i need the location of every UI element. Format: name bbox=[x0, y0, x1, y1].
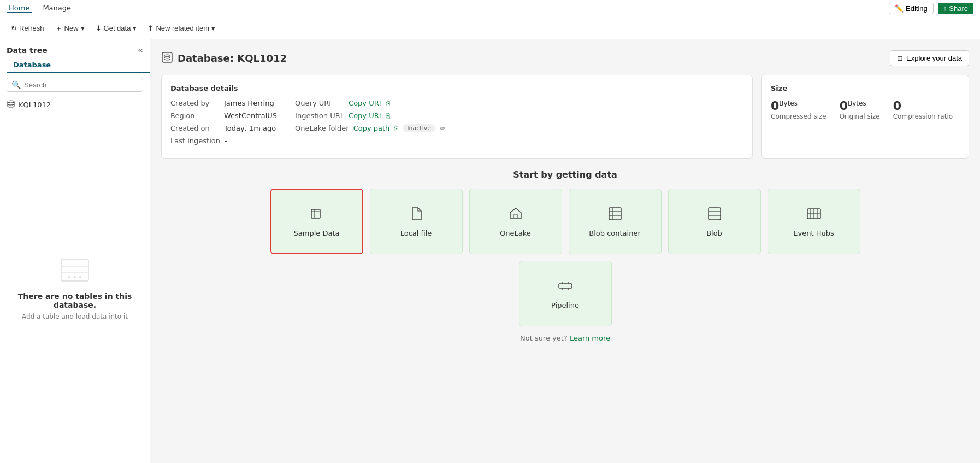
top-nav: Home Manage ✏️ Editing ↑ Share bbox=[0, 0, 980, 17]
main-layout: Data tree « Database 🔍 KQL1012 bbox=[0, 39, 980, 463]
edit-inactive-icon[interactable]: ✏ bbox=[440, 124, 446, 132]
data-card-sample-data[interactable]: Sample Data bbox=[270, 189, 363, 254]
svg-rect-14 bbox=[709, 208, 721, 220]
size-card-title: Size bbox=[771, 84, 960, 92]
empty-subtitle: Add a table and load data into it bbox=[22, 313, 128, 320]
editing-button[interactable]: ✏️ Editing bbox=[889, 3, 934, 14]
last-ingestion-label: Last ingestion bbox=[170, 137, 220, 145]
data-card-pipeline[interactable]: Pipeline bbox=[519, 261, 612, 326]
onelake-icon bbox=[508, 206, 523, 225]
db-title-text: Database: KQL1012 bbox=[178, 52, 287, 64]
sidebar: Data tree « Database 🔍 KQL1012 bbox=[0, 39, 150, 463]
get-data-title: Start by getting data bbox=[161, 169, 969, 180]
size-metrics: 0Bytes Compressed size 0Bytes Original s… bbox=[771, 99, 960, 120]
new-button[interactable]: ＋ New ▾ bbox=[51, 21, 89, 36]
copy-uri-2-icon: ⎘ bbox=[386, 112, 390, 120]
sidebar-item-label: KQL1012 bbox=[19, 101, 51, 109]
new-related-label: New related item bbox=[156, 24, 209, 32]
database-icon bbox=[7, 99, 15, 110]
toolbar: ↻ Refresh ＋ New ▾ ⬇ Get data ▾ ⬆ New rel… bbox=[0, 17, 980, 39]
not-sure-text: Not sure yet? Learn more bbox=[161, 334, 969, 342]
detail-ingestion-uri: Ingestion URI Copy URI ⎘ bbox=[295, 112, 446, 120]
svg-rect-22 bbox=[559, 284, 572, 288]
learn-more-link[interactable]: Learn more bbox=[570, 334, 610, 342]
data-card-blob-container[interactable]: Blob container bbox=[569, 189, 662, 254]
details-card: Database details Created by James Herrin… bbox=[161, 75, 753, 159]
original-size-label: Original size bbox=[840, 113, 880, 120]
detail-query-uri: Query URI Copy URI ⎘ bbox=[295, 99, 446, 107]
svg-point-8 bbox=[164, 55, 170, 57]
svg-point-6 bbox=[79, 276, 81, 278]
pipeline-icon bbox=[558, 278, 573, 297]
sidebar-item-kql1012[interactable]: KQL1012 bbox=[0, 96, 150, 113]
event-hubs-icon bbox=[806, 206, 822, 225]
sidebar-header: Data tree « bbox=[0, 39, 150, 57]
detail-created-on: Created on Today, 1m ago bbox=[170, 124, 277, 132]
compression-ratio-value: 0 bbox=[893, 99, 953, 113]
copy-uri-1-icon: ⎘ bbox=[386, 99, 390, 107]
created-by-label: Created by bbox=[170, 99, 220, 107]
explore-data-button[interactable]: ⊡ Explore your data bbox=[890, 50, 969, 66]
svg-rect-10 bbox=[609, 208, 621, 220]
data-card-event-hubs[interactable]: Event Hubs bbox=[768, 189, 860, 254]
explore-icon: ⊡ bbox=[897, 54, 903, 62]
onelake-copy-link[interactable]: Copy path bbox=[353, 124, 390, 132]
explore-label: Explore your data bbox=[906, 54, 962, 62]
nav-manage[interactable]: Manage bbox=[40, 4, 73, 13]
share-button[interactable]: ↑ Share bbox=[938, 3, 973, 14]
blob-icon bbox=[707, 206, 722, 225]
cards-row: Database details Created by James Herrin… bbox=[161, 75, 969, 159]
search-input[interactable] bbox=[24, 81, 138, 89]
region-label: Region bbox=[170, 112, 220, 120]
compressed-size-metric: 0Bytes Compressed size bbox=[771, 99, 826, 120]
compressed-size-label: Compressed size bbox=[771, 113, 826, 120]
plus-icon: ＋ bbox=[55, 24, 62, 33]
detail-created-by: Created by James Herring bbox=[170, 99, 277, 107]
refresh-icon: ↻ bbox=[11, 24, 17, 32]
created-by-value: James Herring bbox=[224, 99, 274, 107]
compressed-size-value: 0Bytes bbox=[771, 99, 826, 113]
local-file-icon bbox=[409, 206, 424, 225]
get-data-section: Start by getting data Sample Data bbox=[161, 169, 969, 342]
original-size-unit: Bytes bbox=[848, 99, 866, 107]
ingestion-uri-copy-link[interactable]: Copy URI bbox=[349, 112, 381, 120]
sidebar-collapse-button[interactable]: « bbox=[138, 45, 143, 55]
db-title: Database: KQL1012 bbox=[161, 51, 287, 66]
region-value: WestCentralUS bbox=[224, 112, 277, 120]
sidebar-tab-database[interactable]: Database bbox=[7, 57, 150, 73]
sample-data-icon bbox=[309, 206, 324, 225]
detail-onelake-folder: OneLake folder Copy path ⎘ Inactive ✏ bbox=[295, 124, 446, 132]
data-card-onelake[interactable]: OneLake bbox=[469, 189, 562, 254]
top-nav-left: Home Manage bbox=[7, 4, 73, 13]
compression-ratio-label: Compression ratio bbox=[893, 113, 953, 120]
get-data-icon: ⬇ bbox=[96, 24, 102, 32]
editing-label: Editing bbox=[906, 4, 928, 13]
new-label: New bbox=[64, 24, 79, 32]
details-card-title: Database details bbox=[170, 84, 743, 92]
onelake-label: OneLake folder bbox=[295, 124, 349, 132]
refresh-button[interactable]: ↻ Refresh bbox=[7, 22, 49, 34]
data-card-blob[interactable]: Blob bbox=[668, 189, 761, 254]
compression-ratio-metric: 0 Compression ratio bbox=[893, 99, 953, 120]
detail-last-ingestion: Last ingestion - bbox=[170, 137, 277, 145]
new-related-item-button[interactable]: ⬆ New related item ▾ bbox=[143, 22, 220, 34]
share-icon: ↑ bbox=[943, 4, 947, 13]
original-size-value: 0Bytes bbox=[840, 99, 880, 113]
svg-rect-7 bbox=[162, 52, 172, 62]
svg-rect-9 bbox=[311, 209, 320, 218]
top-nav-right: ✏️ Editing ↑ Share bbox=[889, 3, 973, 14]
copy-path-icon: ⎘ bbox=[394, 124, 398, 132]
original-size-metric: 0Bytes Original size bbox=[840, 99, 880, 120]
refresh-label: Refresh bbox=[19, 24, 44, 32]
detail-region: Region WestCentralUS bbox=[170, 112, 277, 120]
blob-label: Blob bbox=[706, 229, 722, 237]
query-uri-copy-link[interactable]: Copy URI bbox=[349, 99, 381, 107]
blob-container-icon bbox=[607, 206, 623, 225]
sidebar-empty-state: There are no tables in this database. Ad… bbox=[0, 113, 150, 463]
svg-point-0 bbox=[8, 101, 14, 103]
nav-home[interactable]: Home bbox=[7, 4, 32, 13]
search-icon: 🔍 bbox=[11, 80, 21, 89]
data-card-local-file[interactable]: Local file bbox=[370, 189, 463, 254]
share-label: Share bbox=[949, 4, 968, 13]
get-data-button[interactable]: ⬇ Get data ▾ bbox=[91, 22, 141, 34]
